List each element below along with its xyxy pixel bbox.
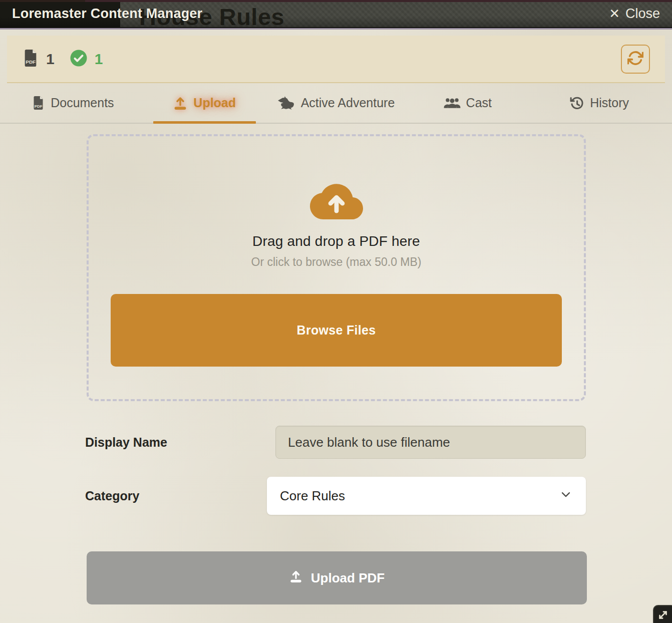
- category-label: Category: [85, 489, 275, 503]
- category-select[interactable]: Core Rules: [267, 477, 586, 515]
- dragon-icon: [277, 96, 295, 111]
- dropzone-title: Drag and drop a PDF here: [252, 233, 420, 249]
- tab-active-adventure[interactable]: Active Adventure: [270, 83, 402, 123]
- refresh-icon: [627, 50, 643, 68]
- tab-history[interactable]: History: [533, 83, 665, 123]
- upload-pdf-label: Upload PDF: [311, 570, 385, 586]
- pdf-count-value: 1: [46, 51, 55, 68]
- tab-label: History: [590, 96, 629, 110]
- tab-label: Documents: [51, 96, 114, 110]
- resize-handle[interactable]: [653, 605, 672, 623]
- upload-pdf-button[interactable]: Upload PDF: [87, 551, 587, 604]
- refresh-button[interactable]: [621, 45, 650, 74]
- tab-label: Cast: [466, 96, 492, 110]
- tab-bar: PDF Documents Upload Active Adv: [0, 83, 672, 124]
- upload-icon: [289, 569, 303, 587]
- svg-text:PDF: PDF: [26, 59, 36, 65]
- people-icon: [444, 97, 461, 110]
- titlebar-divider: [0, 27, 672, 30]
- processed-count-value: 1: [95, 51, 103, 68]
- display-name-label: Display Name: [85, 435, 275, 450]
- svg-text:PDF: PDF: [35, 104, 43, 109]
- pdf-file-icon: PDF: [32, 95, 45, 111]
- stats-panel: PDF 1 1: [7, 36, 665, 83]
- tab-label: Upload: [193, 96, 236, 110]
- chevron-down-icon: [559, 487, 573, 505]
- history-icon: [569, 96, 584, 111]
- pdf-file-icon: PDF: [22, 49, 39, 70]
- cloud-upload-icon: [310, 177, 363, 221]
- pdf-count-stat: PDF 1: [22, 49, 55, 70]
- tab-upload[interactable]: Upload: [139, 83, 270, 123]
- processed-count-stat: 1: [70, 49, 103, 69]
- tab-label: Active Adventure: [301, 96, 395, 110]
- dialog-titlebar: House Rules Loremaster Content Manager ✕…: [0, 0, 672, 27]
- dropzone-subtitle: Or click to browse (max 50.0 MB): [251, 255, 422, 269]
- upload-icon: [173, 96, 188, 111]
- tab-documents[interactable]: PDF Documents: [7, 83, 139, 123]
- browse-files-button[interactable]: Browse Files: [111, 294, 562, 367]
- pdf-dropzone[interactable]: Drag and drop a PDF here Or click to bro…: [87, 134, 586, 401]
- display-name-input[interactable]: [275, 426, 586, 459]
- category-selected-value: Core Rules: [280, 488, 345, 504]
- active-tab-underline: [153, 121, 256, 124]
- close-label: Close: [625, 6, 660, 22]
- dialog-title: Loremaster Content Manager: [12, 6, 202, 22]
- check-circle-icon: [70, 49, 88, 69]
- resize-arrow-icon: [657, 609, 668, 622]
- close-icon: ✕: [609, 6, 620, 22]
- tab-cast[interactable]: Cast: [402, 83, 533, 123]
- close-button[interactable]: ✕ Close: [609, 6, 660, 22]
